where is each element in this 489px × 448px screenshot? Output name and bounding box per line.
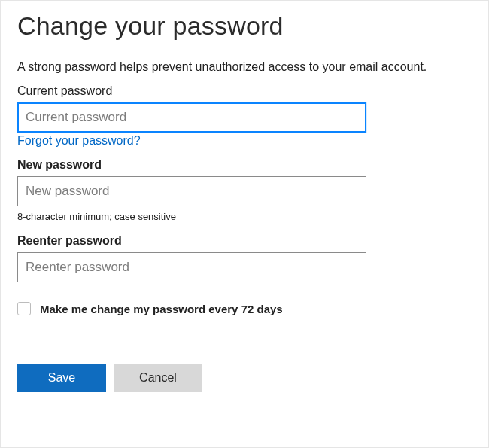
cancel-button[interactable]: Cancel [114,364,202,392]
new-password-label: New password [17,158,472,172]
reenter-password-group: Reenter password [17,234,472,282]
button-row: Save Cancel [17,364,472,392]
current-password-group: Current password Forgot your password? [17,84,472,148]
new-password-input[interactable] [17,176,366,206]
force-change-label: Make me change my password every 72 days [40,303,283,315]
page-title: Change your password [17,11,472,41]
reenter-password-label: Reenter password [17,234,472,248]
current-password-input[interactable] [17,102,366,133]
reenter-password-input[interactable] [17,252,366,282]
forgot-password-link[interactable]: Forgot your password? [17,134,141,148]
force-change-row: Make me change my password every 72 days [17,302,472,315]
force-change-checkbox[interactable] [17,302,31,315]
save-button[interactable]: Save [17,364,106,392]
password-hint: 8-character minimum; case sensitive [17,211,472,222]
description-text: A strong password helps prevent unauthor… [17,60,472,74]
new-password-group: New password 8-character minimum; case s… [17,158,472,222]
current-password-label: Current password [17,84,472,98]
